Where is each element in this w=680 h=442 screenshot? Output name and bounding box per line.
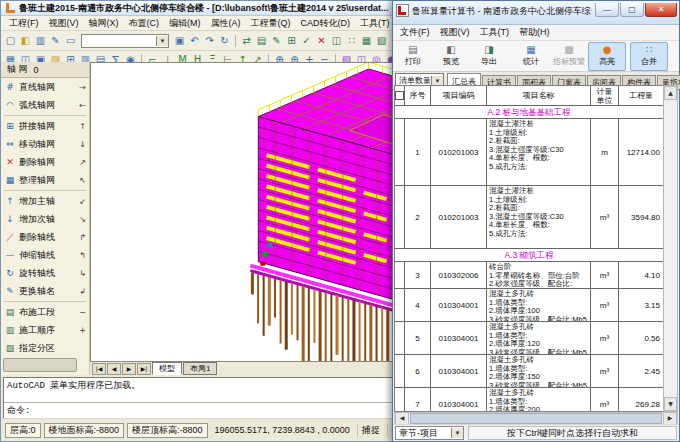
next-sheet-icon[interactable]: ▶ [122,363,136,375]
main-menu-8[interactable]: 工具(T) [355,17,395,30]
cell-unit: m³ [591,355,619,387]
minimize-button[interactable]: — [595,3,619,17]
redo-icon[interactable]: ↷ [202,34,217,48]
sidebar-item-移动轴网[interactable]: ⇔移动轴网↓ [1,135,89,153]
table-row[interactable]: 1010201003混凝土灌注桩 1.土壤级别: 2.桩截面: 3.混凝土强度等… [395,119,663,186]
style-combo[interactable]: ▼ [81,34,169,48]
orbit-icon[interactable]: ↻ [217,34,232,48]
sidebar-item-arrow-icon: ↑ [79,122,86,131]
copy-icon[interactable]: ◫ [329,34,344,48]
预览-button[interactable]: ◧预览 [432,42,470,71]
sidebar-item-删除轴线[interactable]: ／删除轴线↱ [1,228,89,246]
指标预警-button[interactable]: ▩指标预警 [550,42,588,71]
table-section-row: A.3 砌筑工程 [395,249,663,262]
sidebar-item-施工顺序[interactable]: ▥施工顺序+ [1,321,89,339]
cell-code: 010304001 [431,322,487,354]
sidebar-item-label: 增加次轴 [19,213,55,226]
cell-code: 010201003 [431,186,487,248]
合并-button[interactable]: ∷合并 [630,42,668,71]
select-all-header[interactable] [395,86,405,106]
table-row[interactable]: 4010304001混凝土多孔砖 1.墙体类型: 2.墙体厚度:100 3.砂浆… [395,289,663,322]
close-button[interactable]: ✕ [645,3,677,17]
group-icon[interactable]: ▦ [359,34,374,48]
save-icon[interactable]: ▥ [33,34,48,48]
check-icon[interactable]: ✓ [299,34,314,48]
main-menu-1[interactable]: 视图(V) [44,17,84,30]
toolbar-button-label: 导出 [481,56,497,67]
sidebar-item-旋转轴线[interactable]: ↻旋转轴线↳ [1,264,89,282]
scroll-down-icon[interactable]: ▼ [664,397,677,411]
convert-icon[interactable]: ⇄ [239,34,254,48]
axis-panel-header[interactable]: 轴 网 0 [1,62,89,78]
last-sheet-icon[interactable]: ▶| [137,363,151,375]
table-row[interactable]: 2010201003混凝土灌注桩 1.土壤级别: 2.桩截面: 3.混凝土强度等… [395,186,663,249]
打印-button[interactable]: ▤打印 [394,42,432,71]
sidebar-item-伸缩轴线[interactable]: —伸缩轴线↰ [1,246,89,264]
first-sheet-icon[interactable]: |◀ [92,363,106,375]
main-menu-6[interactable]: 工程量(Q) [246,17,296,30]
sidebar-item-label: 移动轴网 [19,138,55,151]
checkbox-icon[interactable] [395,91,404,100]
toggle-捕捉[interactable]: 捕捉 [357,424,384,437]
table-row[interactable]: 3010302006砖台阶 1.零星砌砖名称、部位:台阶 2.砂浆强度等级、配合… [395,262,663,289]
vertical-scrollbar[interactable]: ▲ ▼ [663,85,678,412]
main-menu-3[interactable]: 布置(C) [124,17,165,30]
edit-icon[interactable]: ✎ [48,34,63,48]
table-row[interactable]: 6010304001混凝土多孔砖 1.墙体类型: 2.墙体厚度:150 3.砂浆… [395,355,663,388]
高亮-button[interactable]: ●高亮 [588,42,626,71]
统计-button[interactable]: ▦统计 [512,42,550,71]
sidebar-item-弧线轴网[interactable]: ◠弧线轴网← [1,96,89,114]
prev-sheet-icon[interactable]: ◀ [107,363,121,375]
sidebar-item-直线轴网[interactable]: #直线轴网→ [1,78,89,96]
main-menu-7[interactable]: CAD转化(D) [296,17,356,30]
calc-menu-1[interactable]: 视图(V) [435,26,475,39]
tab-layout1[interactable]: 布局1 [183,362,217,375]
maximize-button[interactable]: ▢ [620,3,644,17]
sidebar-item-整理轴网[interactable]: ▦整理轴网↖ [1,171,89,189]
main-menu-2[interactable]: 轴网(X) [84,17,124,30]
sidebar-item-布施工段[interactable]: ▤布施工段− [1,303,89,321]
open-icon[interactable]: ◧ [18,34,33,48]
calc-menu-2[interactable]: 工具(T) [475,26,515,39]
calc-menu-0[interactable]: 文件(F) [395,26,435,39]
calc-titlebar[interactable]: 鲁班算量计算书 - 南通市政务中心北侧停车综合... — ▢ ✕ [393,1,679,25]
tab-model[interactable]: 模型 [152,362,182,375]
scrollbar-thumb[interactable] [410,413,662,424]
table-row[interactable]: 5010304001混凝土多孔砖 1.墙体类型: 2.墙体厚度:120 3.砂浆… [395,322,663,355]
sidebar-item-删除轴网[interactable]: ✕删除轴网↗ [1,153,89,171]
toolbar-button-label: 预览 [443,56,459,67]
sidebar-item-指定分区[interactable]: ▧指定分区 [1,339,89,357]
paste-icon[interactable]: ▣ [172,34,187,48]
calc-menu-3[interactable]: 帮助(H) [514,26,555,39]
sidebar-item-更换轴名[interactable]: ✎更换轴名↲ [1,282,89,300]
table-row[interactable]: 7010304001混凝土多孔砖 1.墙体类型: 2.墙体厚度:200 3.砂浆… [395,388,663,412]
group-mode-combo[interactable]: 章节-项目 ▼ [395,426,464,440]
block-icon[interactable]: ▧ [374,34,389,48]
sidebar-item-增加次轴[interactable]: ↓增加次轴↘ [1,210,89,228]
cell-qty: 0.56 [619,322,663,354]
toolbar-separator [235,35,236,47]
new-icon[interactable]: ▢ [3,34,18,48]
sidebar-item-拼接轴网[interactable]: ⊞拼接轴网↑ [1,117,89,135]
rename-axis-icon: ✎ [4,286,16,296]
wall-icon[interactable]: ▤ [254,34,269,48]
main-menu-5[interactable]: 属性(A) [206,17,246,30]
node-icon[interactable]: ∷ [344,34,359,48]
cell-code: 010304001 [431,289,487,321]
sidebar-item-增加主轴[interactable]: ↑增加主轴↙ [1,192,89,210]
grid-add-icon[interactable]: ⊞ [284,34,299,48]
cell-sel [395,355,405,387]
delete-x-icon[interactable]: ✕ [314,34,329,48]
sidebar-collapsed-button[interactable] [3,358,77,372]
cell-qty: 4.10 [619,262,663,288]
main-menu-0[interactable]: 工程(F) [4,17,44,30]
main-menu-4[interactable]: 编辑(M) [164,17,206,30]
screen: 鲁班土建2015-南通市政务中心北侧停车综合楼 - [D:\lubansoft\… [0,0,680,442]
反查-button[interactable]: ◎反查 [668,42,680,71]
导出-button[interactable]: ◨导出 [470,42,508,71]
undo-icon[interactable]: ↶ [187,34,202,48]
sidebar-item-arrow-icon: − [79,308,86,317]
comment-icon[interactable]: ▭ [63,34,78,48]
paint-icon[interactable]: ✎ [269,34,284,48]
scroll-up-icon[interactable]: ▲ [664,86,677,100]
